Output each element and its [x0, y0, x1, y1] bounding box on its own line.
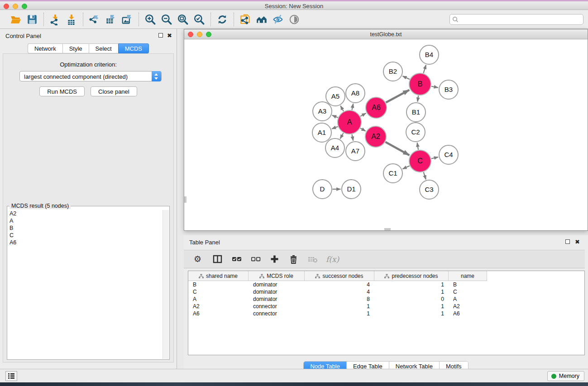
column-view-button[interactable]	[212, 253, 224, 265]
zoom-fit-button[interactable]	[176, 13, 190, 26]
mcds-result-item[interactable]: A6	[8, 239, 163, 246]
export-network-button[interactable]	[88, 13, 101, 26]
table-row[interactable]: Bdominator41B	[188, 281, 487, 288]
sort-hierarchy-icon	[259, 274, 264, 279]
unselect-all-columns-button[interactable]	[250, 253, 262, 265]
column-header-name[interactable]: name	[449, 271, 487, 281]
network-graph: B4B2BB3A5A8A6B1A3AA1C2A2A4A7C4CC1C3DD1	[184, 40, 588, 230]
optimization-criterion-select[interactable]: largest connected component (directed)	[19, 71, 162, 81]
select-all-columns-button[interactable]	[231, 253, 243, 265]
edge-A-A5[interactable]	[340, 106, 344, 111]
edge-B-B2[interactable]	[402, 76, 410, 79]
tab-mcds[interactable]: MCDS	[118, 43, 149, 53]
open-session-icon	[10, 14, 22, 25]
control-panel-tabs: NetworkStyleSelectMCDS	[0, 43, 177, 53]
table-cell: 1	[305, 310, 374, 317]
column-header-MCDS-role[interactable]: MCDS role	[249, 271, 305, 281]
toolbar-group	[5, 13, 43, 26]
delete-table-button[interactable]	[307, 253, 319, 265]
table-toolbar: ⚙f(x)	[184, 250, 585, 268]
node-table: shared nameMCDS rolesuccessor nodesprede…	[188, 271, 585, 355]
edge-A-A2[interactable]	[360, 128, 366, 131]
edge-C-C4[interactable]	[431, 157, 438, 158]
show-graphics-details-icon	[288, 14, 300, 25]
select-stepper-icon	[152, 71, 161, 81]
svg-text:⚙: ⚙	[194, 254, 201, 264]
table-cell: A6	[449, 310, 487, 317]
edge-A-A1[interactable]	[332, 127, 338, 129]
refresh-view-button[interactable]	[215, 13, 229, 26]
table-row[interactable]: A6connector11A6	[188, 310, 487, 317]
delete-column-button[interactable]	[288, 253, 300, 265]
edge-C-C2[interactable]	[417, 143, 418, 150]
mcds-result-item[interactable]: C	[8, 232, 163, 239]
save-session-button[interactable]	[25, 13, 39, 26]
edge-B-B3[interactable]	[431, 86, 438, 88]
home-button[interactable]	[255, 13, 268, 26]
export-table-button[interactable]	[104, 13, 118, 26]
edge-A-A6[interactable]	[360, 113, 366, 116]
run-mcds-button[interactable]: Run MCDS	[39, 86, 85, 96]
table-cell: 8	[305, 295, 374, 303]
mcds-result-item[interactable]: A2	[8, 210, 163, 217]
zoom-in-button[interactable]	[143, 13, 157, 26]
tab-select[interactable]: Select	[89, 43, 118, 53]
import-network-button[interactable]	[48, 13, 62, 26]
mcds-result-item[interactable]: A	[8, 217, 163, 224]
tab-style[interactable]: Style	[62, 43, 89, 53]
column-header-shared-name[interactable]: shared name	[188, 271, 249, 281]
edge-A-A3[interactable]	[332, 115, 338, 118]
app-title: Session: New Session	[0, 3, 588, 10]
table-row[interactable]: Adominator80A	[188, 295, 487, 303]
memory-status-button[interactable]: Memory	[547, 371, 584, 381]
edge-A-A4[interactable]	[340, 133, 344, 139]
show-graphics-details-button[interactable]	[287, 13, 301, 26]
node-label-A1: A1	[318, 129, 326, 136]
table-row[interactable]: Cdominator41C	[188, 288, 487, 295]
import-table-button[interactable]	[65, 13, 78, 26]
edge-C-C1[interactable]	[402, 166, 409, 169]
tab-network[interactable]: Network	[28, 43, 62, 53]
clone-network-button[interactable]	[239, 13, 252, 26]
zoom-out-icon	[161, 14, 172, 25]
table-cell: connector	[249, 303, 305, 310]
mcds-result-item[interactable]: B	[8, 224, 163, 232]
open-session-button[interactable]	[9, 13, 23, 26]
hide-graphics-details-button[interactable]	[271, 13, 285, 26]
edge-B-B4[interactable]	[423, 65, 426, 73]
edge-A6-B[interactable]	[386, 90, 410, 103]
edge-A-A8[interactable]	[352, 104, 353, 110]
float-table-panel-icon[interactable]	[565, 239, 570, 244]
export-image-button[interactable]	[120, 13, 134, 26]
edge-B-B1[interactable]	[417, 95, 418, 102]
table-options-button[interactable]: ⚙	[193, 253, 205, 265]
zoom-out-button[interactable]	[160, 13, 173, 26]
zoom-selected-button[interactable]	[192, 13, 206, 26]
close-panel-icon[interactable]: ✖	[167, 32, 172, 39]
zoom-in-icon	[144, 14, 156, 25]
sort-hierarchy-icon	[315, 274, 320, 279]
canvas-vertical-scroll-mark[interactable]	[184, 196, 186, 203]
network-canvas[interactable]: B4B2BB3A5A8A6B1A3AA1C2A2A4A7C4CC1C3DD1	[184, 40, 588, 230]
edge-A2-C[interactable]	[385, 142, 409, 155]
table-cell: 1	[374, 281, 449, 288]
result-list-scrollbar[interactable]	[163, 210, 169, 359]
column-header-successor-nodes[interactable]: successor nodes	[305, 271, 374, 281]
import-table-icon	[66, 14, 77, 25]
edge-A-A7[interactable]	[352, 134, 353, 141]
application-window: Session: New Session Control Panel ✖ Net…	[0, 0, 588, 386]
toolbar-group	[139, 13, 210, 26]
close-panel-button[interactable]: Close panel	[91, 86, 137, 96]
table-row[interactable]: A2connector11A2	[188, 303, 487, 310]
column-header-predecessor-nodes[interactable]: predecessor nodes	[374, 271, 449, 281]
node-label-D: D	[320, 185, 325, 193]
show-task-history-button[interactable]	[5, 371, 17, 381]
edge-C-C3[interactable]	[424, 172, 426, 179]
desktop-wallpaper-bottom-strip	[0, 382, 588, 386]
canvas-horizontal-scroll-mark[interactable]	[384, 228, 391, 230]
search-input[interactable]	[449, 14, 583, 25]
float-panel-icon[interactable]	[158, 33, 163, 38]
add-column-button[interactable]	[269, 253, 281, 265]
mcds-result-title: MCDS result (5 nodes)	[10, 203, 71, 209]
close-table-panel-icon[interactable]: ✖	[575, 238, 580, 245]
